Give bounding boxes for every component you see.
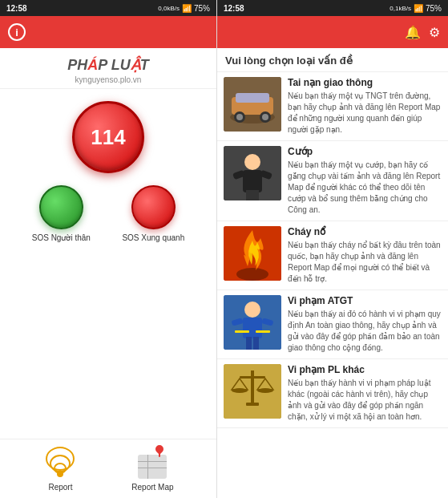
issue-desc-robbery: Nếu bạn thấy một vụ cướp, bạn hãy cố gắn… — [288, 160, 442, 216]
issue-item-robbery[interactable]: Cướp Nếu bạn thấy một vụ cướp, bạn hãy c… — [217, 141, 448, 221]
issue-item-fire[interactable]: Cháy nổ Nếu bạn thấy cháy nổ bất kỳ đâu … — [217, 221, 448, 290]
svg-rect-31 — [246, 403, 259, 406]
fire-image — [224, 226, 281, 281]
data-speed-left: 0,0kB/s — [158, 5, 180, 12]
svg-point-18 — [244, 302, 260, 318]
bell-icon[interactable]: 🔔 — [405, 25, 421, 40]
sos-red-button[interactable] — [131, 185, 176, 229]
robbery-image — [224, 146, 281, 200]
sos-xung-quanh-label: SOS Xung quanh — [122, 233, 184, 242]
sos-xung-quanh[interactable]: SOS Xung quanh — [122, 185, 184, 242]
sos-nguoi-than[interactable]: SOS Người thân — [32, 185, 91, 242]
report-button[interactable]: Report — [42, 447, 78, 492]
svg-rect-22 — [246, 337, 252, 350]
battery-right: 75% — [426, 4, 442, 13]
accident-svg — [224, 77, 281, 132]
map-icon-container — [135, 447, 170, 480]
svg-rect-25 — [256, 330, 270, 333]
right-title: Vui lòng chọn loại vấn đề — [217, 48, 448, 72]
map-pin-head — [154, 443, 165, 455]
issue-img-accident — [224, 77, 281, 132]
status-bar-left: 12:58 0,0kB/s 📶 75% — [0, 0, 216, 16]
logo-subtitle: kynguyenso.plo.vn — [0, 75, 216, 84]
bottom-icons-row: Report Report Map — [0, 439, 216, 498]
svg-rect-23 — [253, 337, 259, 350]
svg-rect-28 — [240, 376, 265, 379]
svg-point-9 — [244, 154, 260, 170]
big-button-area: 114 — [0, 89, 216, 177]
traffic-svg — [224, 295, 281, 350]
issue-content-robbery: Cướp Nếu bạn thấy một vụ cướp, bạn hãy c… — [288, 146, 442, 216]
status-icons-left: 0,0kB/s 📶 75% — [158, 4, 210, 13]
report-map-label: Report Map — [131, 483, 173, 492]
issue-item-traffic[interactable]: Vi phạm ATGT Nếu bạn thấy ai đó có hành … — [217, 290, 448, 359]
data-speed-right: 0,1kB/s — [389, 5, 411, 12]
issue-item-accident[interactable]: Tai nạn giao thông Nếu bạn thấy một vụ T… — [217, 72, 448, 141]
wifi-icon: 📶 — [182, 4, 192, 13]
issue-desc-law: Nếu bạn thấy hành vi vi phạm pháp luật k… — [288, 378, 442, 423]
issue-img-law — [224, 364, 281, 419]
issue-img-robbery — [224, 146, 281, 200]
svg-rect-27 — [251, 370, 254, 403]
issue-title-accident: Tai nạn giao thông — [288, 77, 442, 88]
svg-rect-10 — [243, 170, 262, 192]
issue-desc-traffic: Nếu bạn thấy ai đó có hành vi vi phạm qu… — [288, 309, 442, 354]
issue-content-fire: Cháy nổ Nếu bạn thấy cháy nổ bất kỳ đâu … — [288, 226, 442, 285]
svg-rect-19 — [243, 318, 262, 338]
svg-point-29 — [232, 388, 248, 393]
battery-left: 75% — [194, 4, 210, 13]
right-panel: 12:58 0,1kB/s 📶 75% 🔔 ⚙ Vui lòng chọn lo… — [216, 0, 448, 498]
sos-green-button[interactable] — [39, 185, 83, 229]
robbery-svg — [224, 146, 281, 200]
map-pin — [155, 445, 163, 456]
accident-image — [224, 77, 281, 132]
map-line-1 — [138, 461, 167, 462]
brand-logo: PHÁP LUẬT — [0, 56, 216, 74]
time-right: 12:58 — [224, 4, 244, 13]
status-bar-right: 12:58 0,1kB/s 📶 75% — [217, 0, 448, 16]
btn-114[interactable]: 114 — [72, 101, 144, 173]
info-button[interactable]: i — [8, 23, 26, 41]
svg-rect-3 — [236, 93, 269, 103]
map-line-2 — [138, 468, 167, 468]
map-icon — [136, 448, 168, 479]
radio-wave-icon — [44, 448, 76, 479]
issue-content-traffic: Vi phạm ATGT Nếu bạn thấy ai đó có hành … — [288, 295, 442, 354]
time-left: 12:58 — [6, 4, 27, 13]
svg-point-30 — [257, 388, 273, 393]
issues-list: Tai nạn giao thông Nếu bạn thấy một vụ T… — [217, 72, 448, 498]
map-line-3 — [147, 455, 148, 479]
top-bar-left: i — [0, 16, 216, 48]
issue-content-accident: Tai nạn giao thông Nếu bạn thấy một vụ T… — [288, 77, 442, 136]
sos-nguoi-than-label: SOS Người thân — [32, 233, 91, 242]
law-svg — [224, 364, 281, 419]
fire-svg — [224, 226, 281, 281]
report-map-button[interactable]: Report Map — [131, 447, 173, 492]
traffic-image — [224, 295, 281, 350]
signal-icon: 📶 — [414, 4, 423, 13]
map-shape — [138, 455, 167, 479]
law-image — [224, 364, 281, 419]
logo-area: PHÁP LUẬT kynguyenso.plo.vn — [0, 48, 216, 89]
left-panel: 12:58 0,0kB/s 📶 75% i PHÁP LUẬT kynguyen… — [0, 0, 216, 498]
issue-img-fire — [224, 226, 281, 281]
issue-img-traffic — [224, 295, 281, 350]
svg-point-16 — [236, 268, 268, 281]
issue-title-law: Vi phạm PL khác — [288, 364, 442, 375]
issue-item-law[interactable]: Vi phạm PL khác Nếu bạn thấy hành vi vi … — [217, 359, 448, 428]
report-icon-container — [42, 447, 78, 480]
svg-rect-24 — [235, 330, 249, 333]
radio-dot — [57, 471, 63, 477]
svg-rect-13 — [246, 190, 252, 200]
gear-icon[interactable]: ⚙ — [429, 25, 440, 40]
issue-desc-fire: Nếu bạn thấy cháy nổ bất kỳ đâu trên toà… — [288, 240, 442, 285]
svg-rect-14 — [252, 190, 259, 200]
svg-point-7 — [262, 114, 268, 120]
issue-desc-accident: Nếu bạn thấy một vụ TNGT trên đường, bạn… — [288, 91, 442, 136]
issue-content-law: Vi phạm PL khác Nếu bạn thấy hành vi vi … — [288, 364, 442, 423]
issue-title-traffic: Vi phạm ATGT — [288, 295, 442, 306]
issue-title-fire: Cháy nổ — [288, 226, 442, 237]
report-label: Report — [48, 483, 72, 492]
svg-point-5 — [236, 114, 243, 120]
issue-title-robbery: Cướp — [288, 146, 442, 157]
